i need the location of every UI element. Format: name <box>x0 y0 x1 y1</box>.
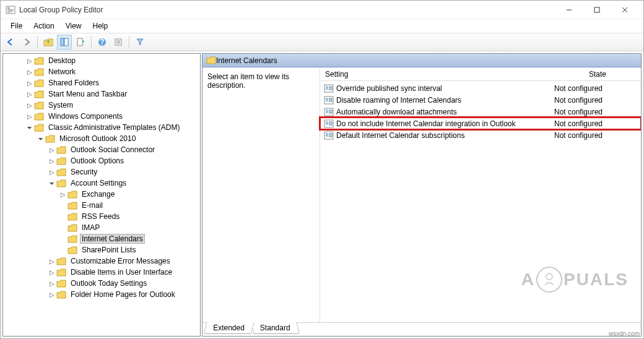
tree-label[interactable]: Outlook Today Settings <box>69 278 149 288</box>
tree-node[interactable]: ▷Network <box>3 66 200 77</box>
tab-standard[interactable]: Standard <box>250 322 300 334</box>
tree-label[interactable]: Desktop <box>46 56 77 66</box>
tree-node[interactable]: IMAP <box>3 222 200 233</box>
expand-icon[interactable]: ▷ <box>59 191 67 198</box>
properties-button[interactable] <box>111 35 126 49</box>
filter-button[interactable] <box>133 35 147 49</box>
menu-action[interactable]: Action <box>28 20 59 32</box>
tree-node[interactable]: ▷Shared Folders <box>3 77 200 88</box>
tree-label[interactable]: Outlook Options <box>69 156 126 166</box>
tree-node[interactable]: ▷Outlook Social Connector <box>3 144 200 155</box>
setting-state: Not configured <box>554 108 641 116</box>
expand-icon[interactable]: ▷ <box>48 169 56 176</box>
svg-rect-27 <box>329 98 332 101</box>
expand-icon[interactable]: ▷ <box>25 102 34 109</box>
expand-icon[interactable]: ▷ <box>25 91 34 98</box>
back-button[interactable] <box>3 35 18 49</box>
tree-label[interactable]: Folder Home Pages for Outlook <box>69 290 177 299</box>
expand-icon[interactable]: ▷ <box>48 158 56 165</box>
expand-icon[interactable]: ▷ <box>25 113 34 120</box>
details-header: Internet Calendars <box>202 54 641 67</box>
svg-point-43 <box>546 273 552 280</box>
tree-node[interactable]: ▷Exchange <box>3 189 200 200</box>
tree-panel[interactable]: ▷Desktop▷Network▷Shared Folders▷Start Me… <box>2 53 201 337</box>
expand-icon[interactable]: ⏷ <box>48 180 56 187</box>
tree-label[interactable]: Windows Components <box>46 111 124 121</box>
setting-row[interactable]: Do not include Internet Calendar integra… <box>320 118 641 129</box>
tree-node[interactable]: ▷System <box>3 100 200 111</box>
view-tabs: Extended Standard <box>202 322 641 336</box>
tab-extended[interactable]: Extended <box>203 322 254 334</box>
tree-node[interactable]: Internet Calendars <box>3 233 200 244</box>
tree-node[interactable]: ⏷Microsoft Outlook 2010 <box>3 133 200 144</box>
tree-label[interactable]: SharePoint Lists <box>80 245 137 255</box>
tree-node[interactable]: ⏷Account Settings <box>3 178 200 189</box>
setting-label: Do not include Internet Calendar integra… <box>336 119 554 128</box>
export-button[interactable] <box>73 35 88 49</box>
tree-label[interactable]: Microsoft Outlook 2010 <box>58 134 137 144</box>
tree-node[interactable]: E-mail <box>3 200 200 211</box>
expand-icon[interactable]: ▷ <box>25 69 34 75</box>
setting-label: Automatically download attachments <box>336 108 554 116</box>
expand-icon[interactable]: ▷ <box>48 280 56 287</box>
col-state[interactable]: State <box>554 68 641 80</box>
expand-icon[interactable]: ▷ <box>48 269 56 276</box>
tree-node[interactable]: ⏷Classic Administrative Templates (ADM) <box>3 122 200 133</box>
tree-node[interactable]: ▷Desktop <box>3 55 200 66</box>
tree-label[interactable]: Account Settings <box>69 178 128 188</box>
tree-label[interactable]: RSS Feeds <box>80 212 121 221</box>
tree-label[interactable]: System <box>46 100 75 110</box>
tree-node[interactable]: ▷Outlook Today Settings <box>3 278 200 289</box>
expand-icon[interactable]: ▷ <box>48 258 56 265</box>
menu-file[interactable]: File <box>6 20 27 32</box>
tree-label[interactable]: E-mail <box>80 200 105 210</box>
tree-node[interactable]: ▷Folder Home Pages for Outlook <box>3 289 200 300</box>
setting-row[interactable]: Default Internet Calendar subscriptionsN… <box>320 129 641 141</box>
minimize-button[interactable] <box>555 1 583 19</box>
setting-row[interactable]: Override published sync intervalNot conf… <box>320 82 641 94</box>
tree-label[interactable]: IMAP <box>80 223 102 233</box>
help-button[interactable]: ? <box>95 35 110 49</box>
tree-node[interactable]: ▷Start Menu and Taskbar <box>3 88 200 100</box>
col-setting[interactable]: Setting <box>320 68 554 80</box>
tree-node[interactable]: ▷Windows Components <box>3 111 200 122</box>
expand-icon[interactable]: ⏷ <box>37 135 45 142</box>
tree-node[interactable]: SharePoint Lists <box>3 244 200 255</box>
tree-label[interactable]: Outlook Social Connector <box>69 145 157 155</box>
tree-node[interactable]: ▷Customizable Error Messages <box>3 255 200 267</box>
tree-node[interactable]: RSS Feeds <box>3 211 200 222</box>
setting-row[interactable]: Disable roaming of Internet CalendarsNot… <box>320 94 641 106</box>
tree-label[interactable]: Exchange <box>80 189 116 199</box>
tree-label[interactable]: Internet Calendars <box>80 234 145 244</box>
expand-icon[interactable]: ⏷ <box>25 124 34 131</box>
up-folder-button[interactable] <box>41 35 56 49</box>
tree-node[interactable]: ▷Disable Items in User Interface <box>3 267 200 278</box>
tree-label[interactable]: Disable Items in User Interface <box>69 267 174 277</box>
expand-icon[interactable]: ▷ <box>25 58 34 64</box>
tree-label[interactable]: Network <box>46 67 77 77</box>
tree-node[interactable]: ▷Security <box>3 166 200 178</box>
svg-rect-6 <box>594 7 599 12</box>
setting-state: Not configured <box>554 131 641 140</box>
maximize-button[interactable] <box>583 1 611 19</box>
expand-icon[interactable]: ▷ <box>25 80 34 87</box>
watermark-logo: APUALS <box>521 267 629 293</box>
menu-view[interactable]: View <box>61 20 87 32</box>
tree-label[interactable]: Start Menu and Taskbar <box>46 89 129 99</box>
show-tree-button[interactable] <box>57 35 72 49</box>
forward-button[interactable] <box>19 35 34 49</box>
setting-row[interactable]: Automatically download attachmentsNot co… <box>320 106 641 118</box>
expand-icon[interactable]: ▷ <box>48 291 56 298</box>
menu-help[interactable]: Help <box>88 20 113 32</box>
tree-label[interactable]: Security <box>69 167 99 177</box>
setting-label: Disable roaming of Internet Calendars <box>336 96 554 105</box>
tree-label[interactable]: Classic Administrative Templates (ADM) <box>46 122 182 132</box>
column-headers[interactable]: Setting State <box>320 67 641 81</box>
tree-label[interactable]: Shared Folders <box>46 78 101 88</box>
expand-icon[interactable]: ▷ <box>48 147 56 153</box>
tree-label[interactable]: Customizable Error Messages <box>69 256 172 266</box>
close-button[interactable] <box>611 1 638 19</box>
tree-node[interactable]: ▷Outlook Options <box>3 155 200 166</box>
svg-rect-4 <box>7 12 12 12</box>
svg-text:?: ? <box>100 38 104 46</box>
